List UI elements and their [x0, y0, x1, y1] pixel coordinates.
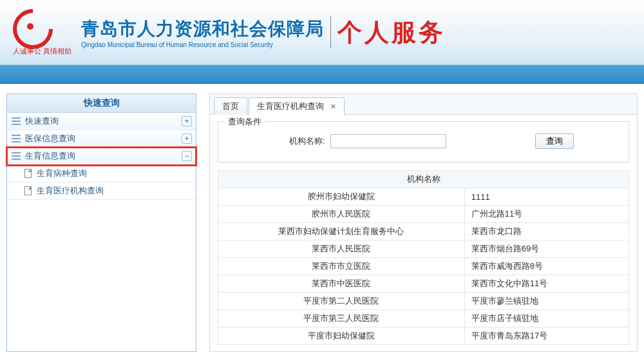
cell-address: 平度市青岛东路17号 [464, 328, 629, 345]
tab-medical-org-query[interactable]: 生育医疗机构查询 ✕ [249, 97, 345, 115]
grid-icon [11, 134, 21, 143]
cell-address: 莱西市龙口路 [464, 223, 629, 240]
logo-wrap: 人诚事公 真情相助 [13, 9, 71, 56]
cell-address: 1111 [464, 188, 629, 206]
cell-org-name: 平度市第三人民医院 [218, 310, 465, 328]
org-name-cn: 青岛市人力资源和社会保障局 [81, 17, 324, 41]
cell-address: 莱西市威海西路8号 [464, 258, 629, 275]
tab-label: 首页 [222, 101, 239, 111]
cell-address: 莱西市烟台路69号 [464, 240, 629, 258]
cell-org-name: 莱西市中医医院 [218, 275, 465, 293]
org-name-en: Qingdao Municipal Bureau of Human Resour… [81, 41, 324, 48]
tab-home[interactable]: 首页 [214, 97, 247, 115]
query-conditions-fieldset: 查询条件 机构名称: 查询 [218, 121, 629, 162]
collapse-icon[interactable]: − [182, 151, 192, 161]
expand-icon[interactable]: + [182, 133, 192, 144]
main-panel: 首页 生育医疗机构查询 ✕ 查询条件 机构名称: 查询 机构名称 [209, 93, 638, 352]
sidebar-item-label: 医保信息查询 [25, 133, 75, 144]
document-icon [23, 186, 33, 195]
sidebar-item-label: 生育病种查询 [37, 168, 87, 179]
logo-block: 人诚事公 真情相助 青岛市人力资源和社会保障局 Qingdao Municipa… [13, 9, 324, 56]
cell-org-name: 平度市妇幼保健院 [218, 328, 465, 345]
table-row[interactable]: 胶州市妇幼保健院1111 [218, 188, 629, 206]
results-table: 机构名称 胶州市妇幼保健院1111胶州市人民医院广州北路11号莱西市妇幼保健计划… [218, 170, 629, 345]
table-row[interactable]: 平度市妇幼保健院平度市青岛东路17号 [218, 328, 629, 345]
expand-icon[interactable]: + [182, 116, 192, 126]
logo-caption: 人诚事公 真情相助 [13, 46, 71, 56]
grid-icon [11, 152, 21, 161]
sidebar-item-maternity-info[interactable]: 生育信息查询 − [7, 148, 196, 165]
sidebar-subitem-medical-org-query[interactable]: 生育医疗机构查询 [7, 182, 196, 200]
logo-icon [13, 9, 48, 44]
table-row[interactable]: 胶州市人民医院广州北路11号 [218, 206, 629, 223]
org-name-block: 青岛市人力资源和社会保障局 Qingdao Municipal Bureau o… [81, 17, 324, 48]
cell-org-name: 莱西市市立医院 [218, 258, 465, 275]
sidebar-subitem-disease-query[interactable]: 生育病种查询 [7, 165, 196, 182]
close-icon[interactable]: ✕ [330, 103, 336, 110]
table-row[interactable]: 莱西市人民医院莱西市烟台路69号 [218, 240, 629, 258]
table-header-row: 机构名称 [218, 171, 629, 188]
org-name-label: 机构名称: [289, 135, 325, 147]
table-row[interactable]: 莱西市妇幼保健计划生育服务中心莱西市龙口路 [218, 223, 629, 240]
table-row[interactable]: 莱西市中医医院莱西市文化中路11号 [218, 275, 629, 293]
grid-icon [11, 117, 21, 126]
sidebar-item-label: 生育信息查询 [25, 150, 75, 162]
sidebar: 快速查询 快速查询 + 医保信息查询 + 生育信息查询 − 生育病种查询 生育医… [6, 93, 196, 352]
cell-address: 平度市店子镇驻地 [464, 310, 629, 328]
sidebar-item-label: 生育医疗机构查询 [37, 185, 104, 197]
header-divider [330, 16, 331, 48]
table-row[interactable]: 平度市第三人民医院平度市店子镇驻地 [218, 310, 629, 328]
cell-address: 广州北路11号 [464, 206, 629, 223]
cell-org-name: 莱西市妇幼保健计划生育服务中心 [218, 223, 465, 240]
page-header: 人诚事公 真情相助 青岛市人力资源和社会保障局 Qingdao Municipa… [0, 0, 644, 64]
query-button[interactable]: 查询 [535, 133, 574, 149]
cell-address: 平度市蓼兰镇驻地 [464, 293, 629, 310]
cell-address: 莱西市文化中路11号 [464, 275, 629, 293]
cell-org-name: 平度市第二人民医院 [218, 293, 465, 310]
tab-bar: 首页 生育医疗机构查询 ✕ [210, 94, 637, 115]
document-icon [23, 169, 33, 178]
cell-org-name: 胶州市妇幼保健院 [218, 188, 465, 206]
cell-org-name: 胶州市人民医院 [218, 206, 465, 223]
cell-org-name: 莱西市人民医院 [218, 240, 465, 258]
tab-label: 生育医疗机构查询 [257, 101, 324, 111]
table-row[interactable]: 平度市第二人民医院平度市蓼兰镇驻地 [218, 293, 629, 310]
sidebar-item-label: 快速查询 [25, 115, 59, 127]
service-title: 个人服务 [337, 16, 446, 49]
sidebar-item-medical-insurance[interactable]: 医保信息查询 + [7, 130, 196, 148]
column-header-org-name: 机构名称 [218, 171, 629, 188]
sidebar-title: 快速查询 [7, 94, 196, 113]
fieldset-legend: 查询条件 [225, 116, 265, 128]
table-row[interactable]: 莱西市市立医院莱西市威海西路8号 [218, 258, 629, 275]
nav-strip [0, 64, 644, 84]
sidebar-item-quick-query[interactable]: 快速查询 + [7, 113, 196, 130]
org-name-input[interactable] [330, 134, 446, 148]
